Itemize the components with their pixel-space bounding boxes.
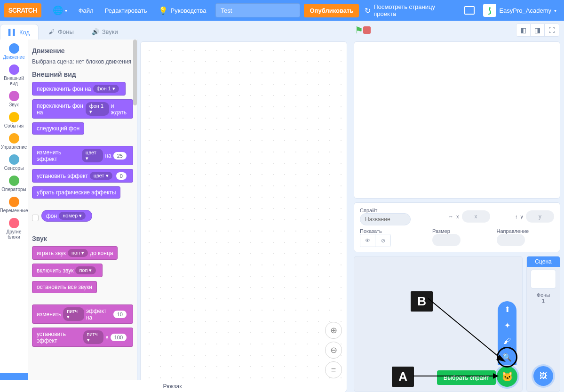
category-Переменные[interactable]: Переменные: [1, 195, 27, 216]
project-name-input[interactable]: [215, 3, 300, 17]
dropdown[interactable]: поп ▾: [75, 266, 95, 274]
category-События[interactable]: События: [1, 110, 27, 131]
hide-sprite-button[interactable]: ⊘: [375, 234, 390, 247]
number-input[interactable]: 0: [116, 172, 127, 180]
sprite-y-input[interactable]: y: [526, 210, 554, 223]
block-next-backdrop[interactable]: следующий фон: [32, 122, 84, 135]
dropdown[interactable]: поп ▾: [68, 249, 88, 257]
block-palette[interactable]: Движение Выбрана сцена: нет блоков движе…: [28, 40, 137, 392]
publish-button[interactable]: Опубликовать: [304, 4, 359, 17]
brush-icon: 🖌: [48, 28, 55, 35]
add-backdrop-button[interactable]: 🖼: [533, 366, 553, 386]
arrows-h-icon: ↔: [448, 214, 453, 219]
stage-selector-title: Сцена: [527, 256, 560, 267]
category-dot-icon: [9, 133, 19, 144]
zoom-reset-button[interactable]: =: [325, 361, 342, 378]
edit-menu[interactable]: Редактировать: [99, 0, 153, 21]
block-set-effect[interactable]: установить эффект цвет ▾ 0: [32, 169, 133, 183]
stage-selector[interactable]: Сцена Фоны 1 🖼: [526, 256, 560, 392]
block-start-sound[interactable]: включить звук поп ▾: [32, 264, 103, 277]
dropdown[interactable]: цвет ▾: [82, 149, 103, 162]
dropdown[interactable]: цвет ▾: [90, 172, 112, 180]
scrollbar[interactable]: [133, 40, 137, 105]
sound-icon: 🔊: [92, 28, 99, 35]
palette-heading-motion: Движение: [32, 47, 133, 55]
sprite-info-panel: Спрайт ↔ x x ↕ y y Показать 👁 ⊘: [354, 202, 560, 252]
dropdown[interactable]: питч ▾: [63, 307, 84, 321]
category-Сенсоры[interactable]: Сенсоры: [1, 152, 27, 174]
category-dot-icon: [9, 218, 19, 228]
stop-button[interactable]: [363, 26, 371, 34]
category-Движение[interactable]: Движение: [1, 41, 27, 63]
category-label: Другие блоки: [1, 229, 27, 240]
block-change-effect[interactable]: изменить эффект цвет ▾ на 25: [32, 146, 133, 165]
size-label: Размер: [432, 228, 490, 234]
block-stop-all-sounds[interactable]: остановить все звуки: [32, 281, 97, 293]
category-label: Внешний вид: [1, 76, 27, 86]
see-project-page[interactable]: ↻Посмотреть страницу проекта: [359, 0, 464, 21]
block-switch-backdrop[interactable]: переключить фон на фон 1 ▾: [32, 82, 126, 96]
stage-thumbnail[interactable]: [531, 270, 556, 288]
reporter-checkbox[interactable]: [32, 215, 39, 221]
green-flag-button[interactable]: ⚑: [355, 24, 363, 36]
palette-heading-looks: Внешний вид: [32, 71, 133, 78]
category-label: Переменные: [0, 208, 28, 213]
dropdown[interactable]: фон 1 ▾: [93, 85, 119, 93]
number-input[interactable]: 10: [113, 311, 127, 318]
dropdown[interactable]: фон 1 ▾: [86, 102, 109, 116]
sprite-list[interactable]: ⬆ ✦ 🖌 🔍 🐱 Выбрать спрайт A B: [354, 256, 523, 392]
category-Звук[interactable]: Звук: [1, 89, 27, 110]
tab-code[interactable]: ▌▌ Код: [0, 24, 39, 40]
number-input[interactable]: 100: [111, 334, 127, 341]
sprite-x-input[interactable]: x: [462, 210, 490, 223]
stage-small-button[interactable]: ◧: [516, 24, 531, 36]
scratch-logo[interactable]: SCRATCH: [4, 3, 41, 17]
account-menu[interactable]: ⟆ EasyPro_Academy ▾: [479, 2, 560, 19]
annotation-arrow-a: [413, 369, 498, 383]
refresh-icon: ↻: [365, 6, 371, 15]
dropdown[interactable]: номер ▾: [59, 212, 86, 220]
block-play-sound-until-done[interactable]: играть звук поп ▾ до конца: [32, 246, 118, 260]
block-change-pitch[interactable]: изменить питч ▾ эффект на 10: [32, 304, 133, 324]
category-dot-icon: [9, 64, 19, 75]
category-Внешний вид[interactable]: Внешний вид: [1, 63, 27, 89]
backpack-bar[interactable]: Рюкзак: [0, 380, 345, 392]
sprite-direction-input[interactable]: [497, 234, 525, 246]
my-stuff-icon[interactable]: [464, 6, 475, 15]
file-menu[interactable]: Файл: [73, 0, 99, 21]
sprite-size-input[interactable]: [432, 234, 461, 246]
avatar-icon: ⟆: [483, 4, 496, 17]
category-Управление[interactable]: Управление: [1, 131, 27, 152]
block-set-pitch[interactable]: установить эффект питч ▾ в 100: [32, 328, 133, 347]
category-dot-icon: [9, 91, 19, 101]
arrows-v-icon: ↕: [515, 214, 518, 219]
tab-costumes[interactable]: 🖌 Фоны: [39, 24, 83, 40]
block-switch-backdrop-wait[interactable]: переключить фон на фон 1 ▾ и ждать: [32, 99, 133, 119]
stage-large-button[interactable]: ◨: [531, 24, 545, 36]
stage[interactable]: [354, 41, 560, 199]
add-sprite-button[interactable]: 🐱: [497, 366, 517, 387]
code-icon: ▌▌: [9, 28, 16, 36]
category-dot-icon: [9, 176, 19, 186]
show-sprite-button[interactable]: 👁: [360, 234, 375, 247]
number-input[interactable]: 25: [113, 152, 127, 160]
code-workspace[interactable]: ⊕ ⊖ =: [140, 41, 347, 392]
language-menu[interactable]: 🌐▾: [47, 0, 73, 21]
svg-line-2: [428, 298, 501, 359]
category-label: Звук: [9, 102, 19, 107]
block-backdrop-reporter[interactable]: фон номер ▾: [41, 210, 92, 222]
fullscreen-button[interactable]: ⛶: [545, 24, 559, 36]
tab-sounds[interactable]: 🔊 Звуки: [83, 24, 127, 40]
show-label: Показать: [360, 228, 426, 234]
dropdown[interactable]: питч ▾: [83, 330, 104, 344]
backdrops-label: Фоны 1: [537, 292, 550, 304]
category-dot-icon: [9, 197, 19, 207]
category-Операторы[interactable]: Операторы: [1, 174, 27, 195]
globe-icon: 🌐: [53, 5, 63, 16]
sprite-name-input[interactable]: [360, 213, 411, 225]
block-clear-effects[interactable]: убрать графические эффекты: [32, 186, 120, 199]
tutorials-button[interactable]: 💡Руководства: [153, 0, 212, 21]
category-Другие блоки[interactable]: Другие блоки: [1, 216, 27, 242]
zoom-out-button[interactable]: ⊖: [325, 342, 342, 359]
zoom-in-button[interactable]: ⊕: [325, 322, 342, 339]
